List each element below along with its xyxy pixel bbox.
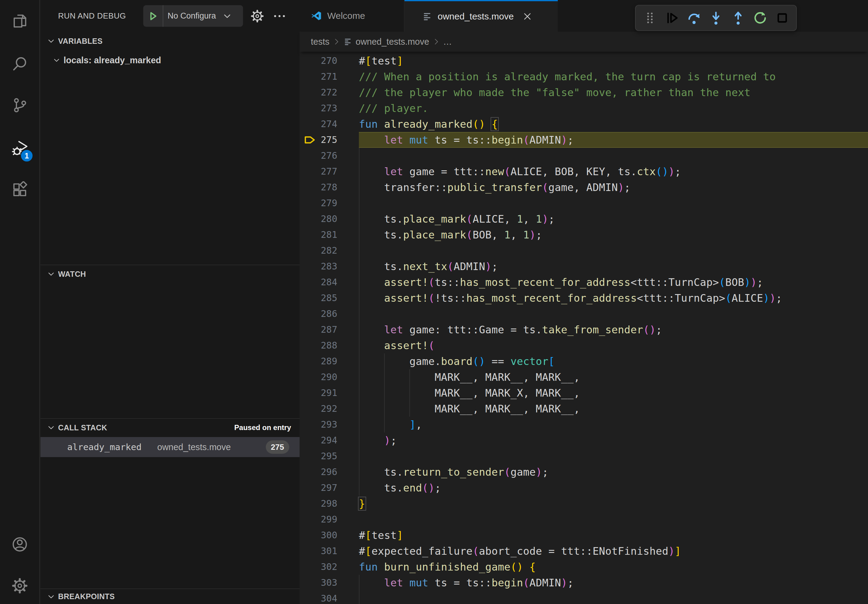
code-line[interactable]: 298} bbox=[299, 496, 868, 511]
tab-welcome[interactable]: Welcome bbox=[299, 0, 405, 32]
continue-button[interactable] bbox=[664, 10, 680, 26]
line-number: 284 bbox=[299, 274, 337, 290]
line-number: 291 bbox=[299, 385, 337, 401]
account-icon[interactable] bbox=[11, 536, 28, 553]
code-line[interactable]: 276 bbox=[299, 148, 868, 164]
code-line[interactable]: 297 ts.end(); bbox=[299, 480, 868, 496]
code-line[interactable]: 282 bbox=[299, 243, 868, 259]
search-icon[interactable] bbox=[11, 55, 28, 72]
breakpoints-label: BREAKPOINTS bbox=[58, 592, 115, 601]
code-line[interactable]: 304 bbox=[299, 591, 868, 604]
settings-gear-icon[interactable] bbox=[11, 577, 28, 594]
code-line[interactable]: 283 ts.next_tx(ADMIN); bbox=[299, 259, 868, 274]
step-over-button[interactable] bbox=[686, 10, 702, 26]
line-number: 295 bbox=[299, 448, 337, 464]
watch-section-header[interactable]: WATCH bbox=[40, 265, 299, 283]
tab-label: Welcome bbox=[327, 11, 365, 21]
code-text: let game: ttt::Game = ts.take_from_sende… bbox=[359, 322, 662, 338]
start-debugging-split-button[interactable]: No Configura bbox=[143, 5, 243, 27]
code-line[interactable]: 294 ); bbox=[299, 432, 868, 448]
code-line[interactable]: 280 ts.place_mark(ALICE, 1, 1); bbox=[299, 211, 868, 227]
code-line[interactable]: 275 let mut ts = ts::begin(ADMIN); bbox=[299, 132, 868, 148]
code-line[interactable]: 291 MARK__, MARK_X, MARK__, bbox=[299, 385, 868, 401]
variables-section-header[interactable]: VARIABLES bbox=[40, 32, 299, 51]
code-line[interactable]: 289 game.board() == vector[ bbox=[299, 353, 868, 369]
line-number: 274 bbox=[299, 116, 337, 132]
code-line[interactable]: 279 bbox=[299, 195, 868, 211]
code-line[interactable]: 300#[test] bbox=[299, 527, 868, 543]
line-number: 270 bbox=[299, 53, 337, 69]
code-text: /// When a position is already marked, t… bbox=[359, 69, 776, 85]
code-line[interactable]: 287 let game: ttt::Game = ts.take_from_s… bbox=[299, 322, 868, 338]
call-stack-frame-row[interactable]: already_marked owned_tests.move 275 bbox=[40, 437, 299, 457]
code-line[interactable]: 270#[test] bbox=[299, 53, 868, 69]
code-text: let game = ttt::new(ALICE, BOB, KEY, ts.… bbox=[359, 164, 681, 180]
code-line[interactable]: 281 ts.place_mark(BOB, 1, 1); bbox=[299, 227, 868, 243]
code-line[interactable]: 277 let game = ttt::new(ALICE, BOB, KEY,… bbox=[299, 164, 868, 180]
breadcrumb: tests owned_tests.move … bbox=[299, 32, 868, 52]
line-number: 286 bbox=[299, 306, 337, 322]
code-text: assert!( bbox=[359, 338, 435, 353]
code-line[interactable]: 272/// the player who made the "false" m… bbox=[299, 85, 868, 101]
debug-settings-gear-icon[interactable] bbox=[250, 9, 264, 23]
code-line[interactable]: 299 bbox=[299, 511, 868, 527]
code-editor[interactable]: 270#[test]271/// When a position is alre… bbox=[299, 52, 868, 604]
restart-button[interactable] bbox=[752, 10, 768, 26]
tab-owned-tests-move[interactable]: owned_tests.move bbox=[405, 0, 558, 32]
indent-guide bbox=[359, 243, 360, 259]
line-number: 272 bbox=[299, 85, 337, 101]
stop-button[interactable] bbox=[774, 10, 790, 26]
start-debug-play-icon[interactable] bbox=[147, 10, 159, 22]
code-line[interactable]: 288 assert!( bbox=[299, 338, 868, 353]
line-number: 293 bbox=[299, 417, 337, 432]
indent-guide bbox=[359, 148, 360, 164]
code-line[interactable]: 293 ], bbox=[299, 417, 868, 432]
line-number: 275 bbox=[299, 132, 337, 148]
chevron-down-icon[interactable] bbox=[222, 11, 232, 21]
close-icon[interactable] bbox=[522, 11, 533, 22]
locals-scope-row[interactable]: locals: already_marked bbox=[40, 52, 299, 69]
code-text: #[test] bbox=[359, 527, 403, 543]
code-text: #[test] bbox=[359, 53, 403, 69]
chevron-down-icon bbox=[47, 592, 55, 601]
breakpoints-section-header[interactable]: BREAKPOINTS bbox=[40, 589, 299, 604]
code-line[interactable]: 292 MARK__, MARK__, MARK__, bbox=[299, 401, 868, 417]
more-actions-icon[interactable] bbox=[273, 9, 287, 23]
code-line[interactable]: 296 ts.return_to_sender(game); bbox=[299, 464, 868, 480]
code-text: game.board() == vector[ bbox=[359, 353, 555, 369]
code-line[interactable]: 302fun burn_unfinished_game() { bbox=[299, 559, 868, 575]
indent-guide bbox=[359, 195, 360, 211]
line-number: 279 bbox=[299, 195, 337, 211]
breadcrumb-item-tests[interactable]: tests bbox=[311, 37, 329, 47]
code-text: MARK__, MARK__, MARK__, bbox=[359, 401, 580, 417]
code-line[interactable]: 284 assert!(ts::has_most_recent_for_addr… bbox=[299, 274, 868, 290]
toolbar-gripper[interactable] bbox=[642, 10, 658, 26]
line-number: 288 bbox=[299, 338, 337, 353]
call-stack-section-header[interactable]: CALL STACK Paused on entry bbox=[40, 419, 299, 437]
editor-group: Welcome owned_tests.move tests owned_tes… bbox=[299, 0, 868, 604]
debug-session-count-badge: 1 bbox=[20, 149, 33, 163]
code-line[interactable]: 295 bbox=[299, 448, 868, 464]
code-line[interactable]: 290 MARK__, MARK__, MARK__, bbox=[299, 369, 868, 385]
explorer-icon[interactable] bbox=[11, 12, 28, 29]
code-line[interactable]: 273/// player. bbox=[299, 101, 868, 116]
paused-status-text: Paused on entry bbox=[234, 423, 291, 432]
extensions-icon[interactable] bbox=[11, 181, 28, 198]
code-line[interactable]: 285 assert!(!ts::has_most_recent_for_add… bbox=[299, 290, 868, 306]
breadcrumb-item-file[interactable]: owned_tests.move bbox=[355, 37, 429, 47]
step-out-button[interactable] bbox=[730, 10, 746, 26]
code-line[interactable]: 278 transfer::public_transfer(game, ADMI… bbox=[299, 180, 868, 195]
activity-bar: 1 bbox=[0, 0, 40, 604]
breadcrumb-item-ellipsis[interactable]: … bbox=[443, 37, 452, 47]
code-line[interactable]: 303 let mut ts = ts::begin(ADMIN); bbox=[299, 575, 868, 591]
source-control-icon[interactable] bbox=[11, 97, 28, 114]
line-number: 277 bbox=[299, 164, 337, 180]
call-stack-label: CALL STACK bbox=[58, 423, 107, 432]
code-line[interactable]: 271/// When a position is already marked… bbox=[299, 69, 868, 85]
code-line[interactable]: 286 bbox=[299, 306, 868, 322]
step-into-button[interactable] bbox=[708, 10, 724, 26]
code-line[interactable]: 301#[expected_failure(abort_code = ttt::… bbox=[299, 543, 868, 559]
code-text: assert!(!ts::has_most_recent_for_address… bbox=[359, 290, 782, 306]
code-line[interactable]: 274fun already_marked() { bbox=[299, 116, 868, 132]
debug-configuration-select[interactable]: No Configura bbox=[167, 11, 227, 21]
